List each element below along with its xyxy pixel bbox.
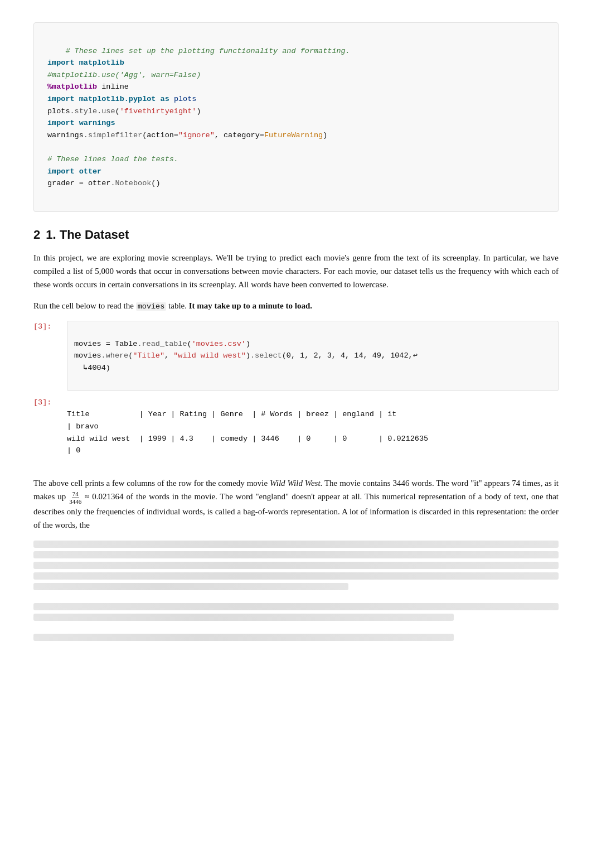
grader-assignment: grader = otter.Notebook() (47, 179, 161, 187)
cell-output-3: [3]: Title | Year | Rating | Genre | # W… (33, 397, 559, 469)
cell-input-code[interactable]: movies = Table.read_table('movies.csv') … (67, 321, 559, 391)
run-cell-bold: It may take up to a minute to load. (189, 301, 312, 310)
code-block-setup: # These lines set up the plotting functi… (33, 22, 559, 212)
blurred-line-6 (33, 603, 559, 610)
section-heading: 2 1. The Dataset (33, 228, 559, 242)
blurred-line-2 (33, 551, 559, 558)
magic-matplotlib: %matplotlib inline (47, 83, 129, 91)
run-cell-text2: table. (168, 301, 187, 310)
cell-code-line2: movies.where("Title", "wild wild west").… (74, 351, 418, 372)
output-line-3: wild wild west | 1999 | 4.3 | comedy | 3… (67, 435, 428, 443)
plots-style-use: plots.style.use('fivethirtyeight') (47, 107, 201, 115)
comment-matplotlib-use: #matplotlib.use('Agg', warn=False) (47, 71, 201, 79)
intro-paragraph: In this project, we are exploring movie … (33, 251, 559, 291)
fraction: 743446 (69, 490, 82, 504)
run-cell-text: Run the cell below to read the (33, 301, 134, 310)
blurred-line-7 (33, 614, 454, 621)
run-cell-paragraph: Run the cell below to read the movies ta… (33, 299, 559, 313)
frac-numerator: 74 (72, 490, 79, 498)
cell-code-line1: movies = Table.read_table('movies.csv') (74, 340, 250, 348)
blurred-content (33, 541, 559, 641)
output-line-1: Title | Year | Rating | Genre | # Words … (67, 410, 396, 418)
warnings-simplefilter: warnings.simplefilter(action="ignore", c… (47, 131, 327, 139)
import-matplotlib: import matplotlib (47, 59, 124, 67)
page: # These lines set up the plotting functi… (0, 0, 592, 680)
movies-inline-code: movies (136, 302, 167, 311)
output-content: Title | Year | Rating | Genre | # Words … (67, 397, 559, 469)
section-title: 1. The Dataset (46, 228, 129, 242)
output-label: [3]: (33, 397, 67, 469)
comment-load-tests: # These lines load the tests. (47, 155, 178, 163)
blurred-line-1 (33, 541, 559, 548)
comment-line-1: # These lines set up the plotting functi… (65, 47, 350, 55)
import-warnings: import warnings (47, 119, 115, 127)
blurred-line-5 (33, 583, 348, 590)
blurred-line-8 (33, 634, 454, 641)
import-pyplot: import matplotlib.pyplot as plots (47, 95, 196, 103)
import-otter: import otter (47, 167, 101, 176)
blurred-line-3 (33, 562, 559, 569)
output-line-2: | bravo (67, 422, 99, 431)
output-line-4: | 0 (67, 446, 80, 455)
below-paragraph: The above cell prints a few columns of t… (33, 476, 559, 531)
blurred-line-4 (33, 572, 559, 580)
below-text-2: ≈ 0.021364 of the words in the movie. Th… (33, 492, 559, 529)
section-number: 2 (33, 228, 40, 242)
cell-input-label: [3]: (33, 321, 67, 391)
frac-denominator: 3446 (69, 498, 82, 505)
cell-input-3: [3]: movies = Table.read_table('movies.c… (33, 321, 559, 391)
